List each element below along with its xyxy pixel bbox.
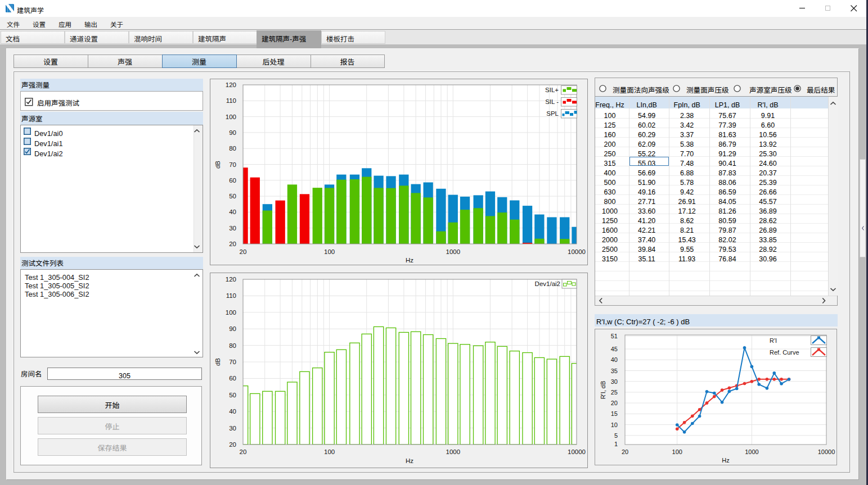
svg-text:30: 30 [611,377,618,386]
svg-text:100: 100 [226,307,236,316]
svg-text:80: 80 [229,143,236,152]
svg-text:40: 40 [229,406,236,415]
svg-text:10000: 10000 [568,447,586,456]
svg-text:60: 60 [229,373,236,382]
svg-text:1: 1 [614,439,618,448]
svg-text:20: 20 [229,239,236,248]
svg-text:SIL+: SIL+ [545,85,559,94]
svg-text:120: 120 [226,80,236,89]
svg-text:25: 25 [611,387,618,396]
svg-text:45: 45 [611,344,618,353]
svg-text:90: 90 [229,128,236,137]
svg-text:40: 40 [229,207,236,216]
svg-text:10000: 10000 [818,447,835,456]
svg-text:1000: 1000 [446,247,461,256]
svg-text:50: 50 [229,390,236,399]
svg-text:R'I: R'I [770,336,777,345]
svg-text:100: 100 [226,112,236,121]
svg-text:120: 120 [226,274,236,283]
svg-text:51: 51 [611,331,618,340]
svg-text:70: 70 [229,160,236,169]
svg-text:100: 100 [324,247,335,256]
svg-text:110: 110 [226,96,236,105]
svg-text:1000: 1000 [446,447,461,456]
svg-text:15: 15 [611,409,618,418]
svg-text:10000: 10000 [568,247,586,256]
svg-text:80: 80 [229,341,236,350]
svg-text:SPL: SPL [546,108,559,117]
svg-text:30: 30 [229,423,236,432]
svg-text:20: 20 [240,247,247,256]
svg-text:SIL -: SIL - [545,97,559,106]
svg-text:100: 100 [672,447,682,456]
svg-text:Hz: Hz [406,456,413,465]
svg-text:60: 60 [229,175,236,184]
svg-text:100: 100 [324,447,335,456]
svg-text:20: 20 [240,447,247,456]
svg-text:20: 20 [622,447,628,456]
svg-text:dB: dB [213,358,222,366]
svg-text:Ref. Curve: Ref. Curve [770,347,799,356]
svg-text:Hz: Hz [722,455,729,464]
svg-text:R'I, dB: R'I, dB [598,381,607,400]
svg-text:dB: dB [213,161,222,169]
svg-text:90: 90 [229,324,236,333]
svg-text:35: 35 [611,366,618,375]
svg-text:20: 20 [611,398,618,407]
svg-text:40: 40 [611,355,618,364]
svg-text:20: 20 [229,439,236,448]
svg-text:10: 10 [611,420,618,429]
svg-text:110: 110 [226,291,236,300]
svg-text:Dev1/ai2: Dev1/ai2 [535,279,560,288]
svg-text:Hz: Hz [406,255,413,264]
svg-text:30: 30 [229,223,236,232]
svg-text:50: 50 [229,191,236,200]
svg-text:1000: 1000 [745,447,758,456]
svg-text:5: 5 [614,430,618,439]
svg-text:70: 70 [229,357,236,366]
